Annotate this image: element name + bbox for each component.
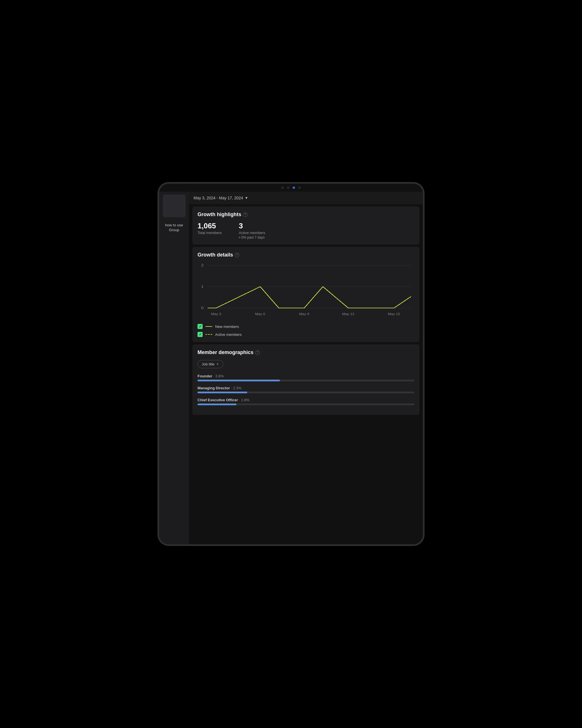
sidebar-label: how to use Group (159, 223, 189, 233)
dot-indicator (239, 237, 241, 238)
demographics-item: Chief Executive Officer · 1.8% (197, 398, 414, 405)
demographics-bar-fill (197, 404, 237, 405)
active-members-highlight: 3 Active members 0% past 7 days (239, 222, 265, 239)
member-demographics-help-icon[interactable]: ? (255, 350, 260, 355)
growth-highlights-help-icon[interactable]: ? (243, 212, 248, 217)
active-members-legend-label: Active members (215, 333, 242, 337)
svg-text:1: 1 (201, 284, 204, 289)
job-title-dropdown[interactable]: Job title ▼ (197, 360, 223, 368)
member-demographics-section: Member demographics ? Job title ▼ Founde… (192, 344, 419, 415)
chart-legend: New members Active members (197, 324, 414, 337)
tablet-content: how to use Group May 3, 2024 - May 17, 2… (159, 192, 423, 544)
growth-details-header: Growth details ? (197, 252, 414, 258)
active-members-line-icon (205, 334, 212, 335)
demographics-item: Managing Director · 2.3% (197, 386, 414, 393)
camera-bar (159, 184, 423, 192)
growth-highlights-section: Growth highlights ? 1,065 Total members … (192, 206, 419, 244)
date-range-text: May 3, 2024 - May 17, 2024 (194, 196, 243, 200)
svg-text:0: 0 (201, 306, 204, 310)
demographics-item-label: Founder · 3.8% (197, 374, 414, 378)
demographics-list: Founder · 3.8% Managing Director · 2.3% … (197, 374, 414, 405)
svg-text:May 12: May 12 (342, 312, 354, 316)
growth-details-title: Growth details (197, 252, 233, 258)
avatar (163, 194, 186, 217)
demographics-bar-fill (197, 392, 247, 393)
camera-dot-2 (287, 186, 289, 189)
svg-text:May 6: May 6 (255, 312, 266, 316)
demographics-bar-track (197, 404, 414, 405)
active-members-number: 3 (239, 222, 265, 230)
highlights-grid: 1,065 Total members 3 Active members 0% … (197, 222, 414, 239)
camera-dot-4 (298, 186, 301, 189)
main-content[interactable]: May 3, 2024 - May 17, 2024 ▼ Growth high… (189, 192, 423, 544)
tablet-frame: how to use Group May 3, 2024 - May 17, 2… (158, 182, 424, 546)
growth-highlights-header: Growth highlights ? (197, 212, 414, 217)
growth-chart: 2 1 0 May 3 May 6 May 9 May 12 May 15 (197, 262, 414, 319)
job-title-dropdown-label: Job title (202, 362, 215, 366)
demographics-bar-track (197, 380, 414, 381)
svg-text:May 15: May 15 (388, 312, 400, 316)
member-demographics-header: Member demographics ? (197, 349, 414, 356)
camera-dot-1 (281, 186, 284, 189)
new-members-line-icon (205, 326, 212, 327)
active-members-checkbox[interactable] (197, 332, 203, 337)
demographics-bar-track (197, 392, 414, 393)
total-members-number: 1,065 (197, 222, 222, 230)
active-members-label: Active members (239, 231, 265, 235)
legend-active-members[interactable]: Active members (197, 332, 414, 337)
demographics-item-label: Managing Director · 2.3% (197, 386, 414, 390)
growth-details-section: Growth details ? 2 1 0 (192, 247, 419, 342)
member-demographics-title: Member demographics (197, 349, 253, 356)
svg-text:May 9: May 9 (299, 312, 309, 316)
date-header[interactable]: May 3, 2024 - May 17, 2024 ▼ (189, 192, 423, 204)
growth-highlights-title: Growth highlights (197, 212, 241, 217)
svg-text:May 3: May 3 (211, 312, 221, 316)
new-members-checkbox[interactable] (197, 324, 203, 329)
total-members-label: Total members (197, 231, 222, 235)
active-members-sub: 0% past 7 days (239, 235, 265, 239)
sidebar: how to use Group (159, 192, 189, 544)
demographics-item-label: Chief Executive Officer · 1.8% (197, 398, 414, 402)
svg-text:2: 2 (201, 263, 204, 267)
dropdown-arrow-icon: ▼ (216, 363, 219, 366)
date-dropdown-arrow[interactable]: ▼ (245, 196, 248, 200)
camera-dot-3 (293, 186, 295, 189)
total-members-highlight: 1,065 Total members (197, 222, 222, 239)
growth-details-help-icon[interactable]: ? (235, 253, 239, 257)
demographics-item: Founder · 3.8% (197, 374, 414, 381)
chart-container: 2 1 0 May 3 May 6 May 9 May 12 May 15 (197, 262, 414, 319)
new-members-legend-label: New members (215, 324, 239, 329)
legend-new-members[interactable]: New members (197, 324, 414, 329)
demographics-bar-fill (197, 380, 280, 381)
